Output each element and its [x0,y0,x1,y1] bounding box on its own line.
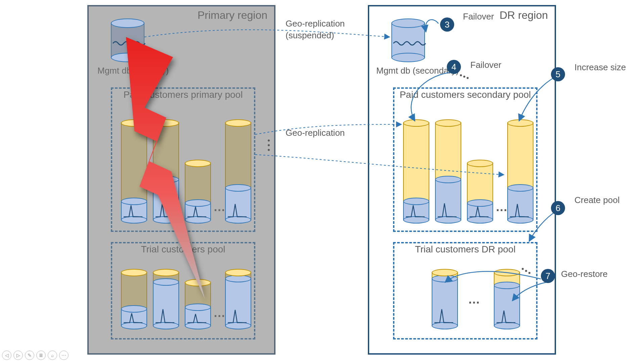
dr-mgmt-db [391,18,425,62]
magnifier-icon: ⌕ [51,353,54,358]
metric-spark-icon [469,202,489,219]
dr-paid-tube-4 [507,119,533,224]
step-5-label: Increase size [574,62,626,73]
metric-spark-icon [123,308,143,325]
db-activity-line-icon [393,39,426,46]
arrow-left-icon: ◁ [5,353,9,358]
dr-trial-pool-title: Trial customers DR pool [394,244,536,255]
dr-region-title: DR region [500,9,548,22]
subtitles-icon: 🗏 [39,353,43,358]
primary-trial-tube-4 [225,269,251,329]
geo-replication-suspended-label-line2: (suspended) [286,30,334,41]
metric-spark-icon [405,202,425,219]
metric-spark-icon [187,308,207,325]
more-options-button[interactable]: ⋯ [59,351,69,360]
dr-paid-ellipsis: … [496,200,508,214]
primary-region-title: Primary region [198,9,267,22]
metric-spark-icon [227,202,247,219]
metric-spark-icon [155,308,175,325]
arrow-right-icon: ▷ [16,353,20,358]
dr-mgmt-db-label: Mgmt db (secondary) [376,66,459,76]
more-icon: ⋯ [61,353,66,358]
dr-trial-tube-2 [494,269,520,329]
step-5-badge: 5 [551,67,565,81]
step-4-badge: 4 [447,60,461,74]
step-3-badge: 3 [440,17,454,32]
diagram-stage: Primary region Mgmt db (primary) Paid cu… [0,0,644,362]
metric-spark-icon [227,308,247,325]
dr-paid-tube-1 [403,119,429,224]
dr-trial-tube-1 [432,269,458,329]
step-6-badge: 6 [551,201,565,215]
next-slide-button[interactable]: ▷ [13,351,23,360]
dr-paid-tube-3 [467,160,493,224]
step-7-label: Geo-restore [561,269,608,279]
geo-replication-label: Geo-replication [286,128,345,138]
primary-paid-ellipsis: … [213,200,225,214]
step-7-badge: 7 [541,269,555,283]
step-3-label: Failover [463,11,494,22]
subtitles-button[interactable]: 🗏 [36,351,46,360]
metric-spark-icon [496,308,516,325]
pen-tools-button[interactable]: ✎ [25,351,34,360]
geo-replication-suspended-label-line1: Geo-replication [286,18,345,29]
metric-spark-icon [509,202,529,219]
primary-trial-ellipsis: … [213,306,225,320]
zoom-button[interactable]: ⌕ [48,351,57,360]
dr-paid-tube-2 [435,119,461,224]
dr-trial-ellipsis: … [468,292,480,307]
metric-spark-icon [437,202,457,219]
step-6-label: Create pool [574,195,619,205]
dr-paid-pool-title: Paid customers secondary pool [394,89,536,100]
step-4-label: Failover [470,60,501,70]
primary-paid-tube-4 [225,119,251,224]
slideshow-toolbar: ◁ ▷ ✎ 🗏 ⌕ ⋯ [2,351,69,360]
prev-slide-button[interactable]: ◁ [2,351,11,360]
outage-bolt-icon [104,37,215,303]
metric-spark-icon [434,308,454,325]
pen-icon: ✎ [28,353,32,358]
